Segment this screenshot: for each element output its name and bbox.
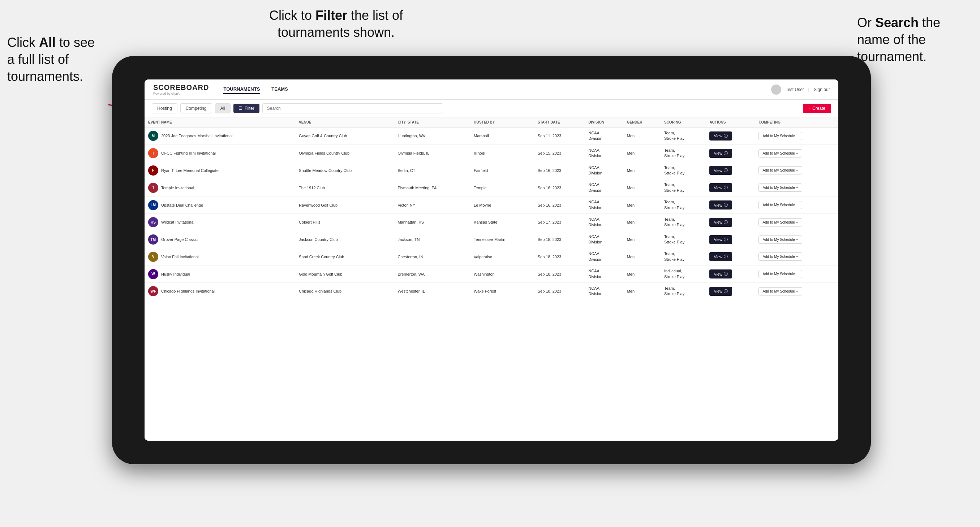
- actions-cell-3: View ⓘ: [706, 179, 755, 197]
- col-venue: VENUE: [295, 117, 394, 127]
- event-name-5: Wildcat Invitational: [161, 220, 194, 224]
- competing-cell-9: Add to My Schedule +: [755, 283, 838, 300]
- team-logo-8: W: [148, 269, 158, 279]
- division-cell-2: NCAADivision I: [585, 162, 623, 179]
- add-schedule-button-0[interactable]: Add to My Schedule +: [759, 132, 802, 140]
- tablet-frame: SCOREBOARD Powered by clipp'd TOURNAMENT…: [112, 56, 871, 464]
- event-name-4: Upstate Dual Challenge: [161, 203, 203, 207]
- hosting-tab[interactable]: Hosting: [152, 103, 177, 113]
- team-logo-4: LM: [148, 200, 158, 210]
- hosted-by-cell-3: Temple: [470, 179, 534, 197]
- division-cell-9: NCAADivision I: [585, 283, 623, 300]
- user-name: Test User: [786, 87, 804, 92]
- add-schedule-button-1[interactable]: Add to My Schedule +: [759, 149, 802, 157]
- event-name-cell-0: M 2023 Joe Feaganes Marshall Invitationa…: [145, 127, 295, 145]
- add-schedule-button-6[interactable]: Add to My Schedule +: [759, 235, 802, 244]
- view-button-8[interactable]: View ⓘ: [710, 270, 732, 278]
- event-name-cell-6: TM Grover Page Classic: [145, 231, 295, 248]
- city-state-cell-6: Jackson, TN: [394, 231, 470, 248]
- scoring-cell-6: Team,Stroke Play: [660, 231, 706, 248]
- view-button-5[interactable]: View ⓘ: [710, 218, 732, 227]
- scoring-cell-9: Team,Stroke Play: [660, 283, 706, 300]
- sign-out-link[interactable]: Sign out: [814, 87, 830, 92]
- event-name-2: Ryan T. Lee Memorial Collegiate: [161, 168, 219, 173]
- competing-tab[interactable]: Competing: [180, 103, 212, 113]
- add-schedule-button-9[interactable]: Add to My Schedule +: [759, 287, 802, 295]
- add-schedule-button-5[interactable]: Add to My Schedule +: [759, 218, 802, 227]
- view-button-3[interactable]: View ⓘ: [710, 183, 732, 192]
- team-logo-5: KS: [148, 217, 158, 227]
- event-name-3: Temple Invitational: [161, 186, 194, 190]
- hosted-by-cell-4: Le Moyne: [470, 197, 534, 214]
- start-date-cell-0: Sep 11, 2023: [534, 127, 585, 145]
- division-cell-6: NCAADivision I: [585, 231, 623, 248]
- event-name-cell-4: LM Upstate Dual Challenge: [145, 197, 295, 214]
- city-state-cell-2: Berlin, CT: [394, 162, 470, 179]
- view-button-2[interactable]: View ⓘ: [710, 166, 732, 175]
- eye-icon-7: ⓘ: [724, 254, 728, 259]
- view-button-9[interactable]: View ⓘ: [710, 287, 732, 296]
- actions-cell-8: View ⓘ: [706, 265, 755, 283]
- view-button-0[interactable]: View ⓘ: [710, 132, 732, 141]
- col-scoring: SCORING: [660, 117, 706, 127]
- add-schedule-button-7[interactable]: Add to My Schedule +: [759, 252, 802, 261]
- event-name-9: Chicago Highlands Invitational: [161, 289, 215, 293]
- start-date-cell-8: Sep 18, 2023: [534, 265, 585, 283]
- table-header-row: EVENT NAME VENUE CITY, STATE HOSTED BY S…: [145, 117, 838, 127]
- tablet-screen: SCOREBOARD Powered by clipp'd TOURNAMENT…: [145, 79, 838, 441]
- eye-icon-1: ⓘ: [724, 151, 728, 156]
- scoring-cell-2: Team,Stroke Play: [660, 162, 706, 179]
- hosted-by-cell-2: Fairfield: [470, 162, 534, 179]
- filter-button[interactable]: ☰ Filter: [234, 104, 259, 113]
- add-schedule-button-3[interactable]: Add to My Schedule +: [759, 184, 802, 192]
- col-city-state: CITY, STATE: [394, 117, 470, 127]
- table-row: I OFCC Fighting Illini Invitational Olym…: [145, 144, 838, 162]
- search-input[interactable]: [262, 103, 443, 113]
- event-name-cell-3: T Temple Invitational: [145, 179, 295, 197]
- competing-cell-8: Add to My Schedule +: [755, 265, 838, 283]
- avatar: [771, 84, 781, 95]
- logo: SCOREBOARD Powered by clipp'd: [153, 83, 209, 95]
- eye-icon-0: ⓘ: [724, 133, 728, 139]
- start-date-cell-7: Sep 18, 2023: [534, 248, 585, 265]
- competing-cell-0: Add to My Schedule +: [755, 127, 838, 145]
- eye-icon-6: ⓘ: [724, 237, 728, 242]
- gender-cell-8: Men: [623, 265, 660, 283]
- gender-cell-2: Men: [623, 162, 660, 179]
- venue-cell-3: The 1912 Club: [295, 179, 394, 197]
- table-row: V Valpo Fall Invitational Sand Creek Cou…: [145, 248, 838, 265]
- city-state-cell-5: Manhattan, KS: [394, 213, 470, 231]
- view-button-1[interactable]: View ⓘ: [710, 149, 732, 158]
- view-button-4[interactable]: View ⓘ: [710, 200, 732, 210]
- venue-cell-4: Ravenwood Golf Club: [295, 197, 394, 214]
- scoring-cell-1: Team,Stroke Play: [660, 144, 706, 162]
- actions-cell-7: View ⓘ: [706, 248, 755, 265]
- event-name-cell-5: KS Wildcat Invitational: [145, 213, 295, 231]
- hosted-by-cell-8: Washington: [470, 265, 534, 283]
- create-button[interactable]: + Create: [803, 104, 831, 113]
- col-event-name: EVENT NAME: [145, 117, 295, 127]
- nav-tab-teams[interactable]: TEAMS: [271, 85, 288, 94]
- filter-icon: ☰: [239, 106, 242, 111]
- gender-cell-4: Men: [623, 197, 660, 214]
- add-schedule-button-4[interactable]: Add to My Schedule +: [759, 201, 802, 209]
- eye-icon-5: ⓘ: [724, 220, 728, 225]
- view-button-6[interactable]: View ⓘ: [710, 235, 732, 244]
- view-button-7[interactable]: View ⓘ: [710, 252, 732, 261]
- pipe-separator: |: [808, 87, 810, 92]
- add-schedule-button-8[interactable]: Add to My Schedule +: [759, 270, 802, 278]
- venue-cell-8: Gold Mountain Golf Club: [295, 265, 394, 283]
- all-tab[interactable]: All: [215, 103, 231, 113]
- actions-cell-1: View ⓘ: [706, 144, 755, 162]
- competing-cell-5: Add to My Schedule +: [755, 213, 838, 231]
- hosted-by-cell-0: Marshall: [470, 127, 534, 145]
- tournaments-table-container: EVENT NAME VENUE CITY, STATE HOSTED BY S…: [145, 117, 838, 441]
- venue-cell-6: Jackson Country Club: [295, 231, 394, 248]
- start-date-cell-2: Sep 16, 2023: [534, 162, 585, 179]
- eye-icon-9: ⓘ: [724, 289, 728, 294]
- gender-cell-7: Men: [623, 248, 660, 265]
- add-schedule-button-2[interactable]: Add to My Schedule +: [759, 166, 802, 175]
- venue-cell-0: Guyan Golf & Country Club: [295, 127, 394, 145]
- gender-cell-0: Men: [623, 127, 660, 145]
- nav-tab-tournaments[interactable]: TOURNAMENTS: [223, 85, 260, 94]
